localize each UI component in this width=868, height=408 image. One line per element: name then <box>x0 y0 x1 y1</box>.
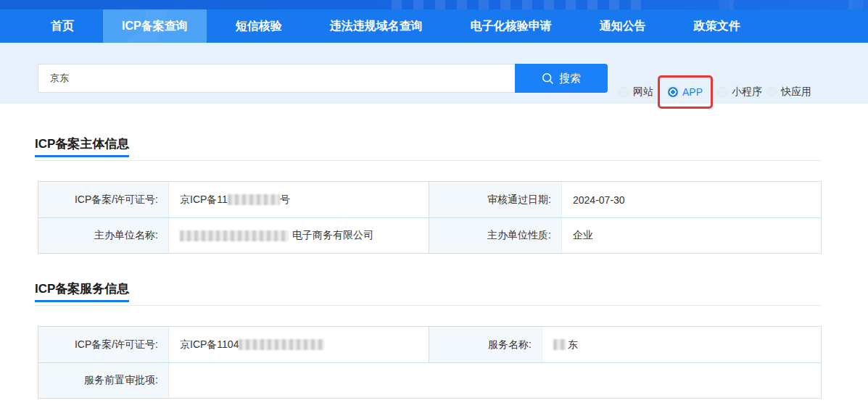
radio-label-miniprogram: 小程序 <box>732 86 762 99</box>
nav-item-icp-query[interactable]: ICP备案查询 <box>103 9 207 43</box>
top-banner <box>0 0 868 9</box>
subject-section-header: ICP备案主体信息 <box>35 136 822 161</box>
nav-item-notices[interactable]: 通知公告 <box>581 9 665 43</box>
nav-item-policy-docs[interactable]: 政策文件 <box>675 9 759 43</box>
service-name-label: 服务名称: <box>429 327 542 362</box>
service-name-value: 东 <box>542 327 821 362</box>
nav-item-sms-verify[interactable]: 短信核验 <box>217 9 301 43</box>
radio-label-website: 网站 <box>633 86 653 99</box>
redacted-block <box>553 339 566 350</box>
redacted-block <box>228 194 280 205</box>
radio-circle-quickapp[interactable] <box>766 87 777 97</box>
nav-item-e-verification-apply[interactable]: 电子化核验申请 <box>452 9 571 43</box>
service-section-title: ICP备案服务信息 <box>35 280 129 302</box>
service-icp-license-prefix: 京ICP备1104 <box>180 338 239 351</box>
review-date-value: 2024-07-30 <box>562 182 821 217</box>
main-content: ICP备案主体信息 ICP备案/许可证号: 京ICP备11号 审核通过日期: 2… <box>0 136 868 399</box>
red-annotation-box: APP <box>658 75 713 109</box>
table-row: 主办单位名称: 电子商务有限公司 主办单位性质: 企业 <box>38 217 821 253</box>
icp-license-label: ICP备案/许可证号: <box>38 182 169 217</box>
service-section-header: ICP备案服务信息 <box>35 280 822 306</box>
icp-license-value: 京ICP备11号 <box>169 182 429 217</box>
main-navbar: 首页 ICP备案查询 短信核验 违法违规域名查询 电子化核验申请 通知公告 政策… <box>0 9 868 43</box>
table-row: 服务前置审批项: <box>38 362 821 398</box>
icp-license-prefix: 京ICP备11 <box>180 193 228 207</box>
nav-item-home[interactable]: 首页 <box>32 9 93 43</box>
radio-miniprogram[interactable]: 小程序 <box>717 86 762 99</box>
organizer-nature-value: 企业 <box>562 218 821 253</box>
search-input[interactable] <box>38 64 515 93</box>
organizer-name-label: 主办单位名称: <box>38 218 169 253</box>
organizer-name-suffix: 电子商务有限公司 <box>292 229 373 242</box>
table-row: ICP备案/许可证号: 京ICP备1104 服务名称: 东 <box>38 327 821 362</box>
search-button[interactable]: 搜索 <box>515 64 608 93</box>
pre-approval-label: 服务前置审批项: <box>38 363 169 398</box>
radio-website[interactable]: 网站 <box>619 86 653 99</box>
radio-app[interactable]: APP <box>668 86 703 98</box>
subject-info-table: ICP备案/许可证号: 京ICP备11号 审核通过日期: 2024-07-30 … <box>38 181 822 254</box>
radio-label-quickapp: 快应用 <box>781 86 811 99</box>
search-button-label: 搜索 <box>559 72 581 86</box>
subject-section-title: ICP备案主体信息 <box>35 136 129 157</box>
radio-circle-miniprogram[interactable] <box>717 87 727 97</box>
icp-license-suffix: 号 <box>280 193 290 207</box>
service-info-table: ICP备案/许可证号: 京ICP备1104 服务名称: 东 服务前置审批项: <box>38 326 822 399</box>
service-icp-license-label: ICP备案/许可证号: <box>38 327 169 362</box>
radio-quickapp[interactable]: 快应用 <box>766 86 811 99</box>
radio-circle-app[interactable] <box>668 87 678 97</box>
review-date-label: 审核通过日期: <box>429 182 562 217</box>
radio-circle-website[interactable] <box>619 87 629 97</box>
pre-approval-value <box>169 363 821 398</box>
search-icon <box>542 72 554 85</box>
table-row: ICP备案/许可证号: 京ICP备11号 审核通过日期: 2024-07-30 <box>38 182 821 217</box>
search-section: 搜索 网站 APP 小程序 快应用 <box>0 43 868 104</box>
organizer-name-value: 电子商务有限公司 <box>169 218 429 253</box>
redacted-block <box>180 230 289 241</box>
service-name-suffix: 东 <box>568 338 578 351</box>
organizer-nature-label: 主办单位性质: <box>429 218 562 253</box>
redacted-block <box>239 339 324 350</box>
radio-label-app: APP <box>682 86 703 98</box>
service-icp-license-value: 京ICP备1104 <box>169 327 429 362</box>
nav-item-illegal-domain-query[interactable]: 违法违规域名查询 <box>311 9 442 43</box>
search-type-radio-group: 网站 APP 小程序 快应用 <box>616 76 814 108</box>
